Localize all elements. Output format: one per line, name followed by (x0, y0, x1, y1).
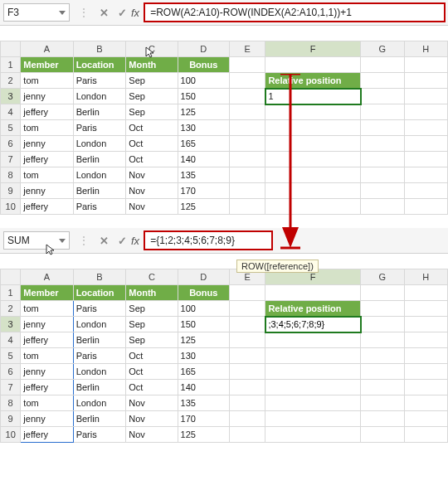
col-header-D[interactable]: D (178, 269, 229, 285)
name-box[interactable]: SUM (3, 231, 70, 250)
cell-H10[interactable] (404, 427, 448, 443)
cell-F2[interactable]: Relative position (265, 301, 361, 317)
cell-F9[interactable] (265, 411, 361, 427)
cell-A9[interactable]: jenny (21, 411, 73, 427)
cell-F7[interactable] (265, 380, 361, 395)
cell-D9[interactable]: 170 (178, 411, 229, 427)
cell-E1[interactable] (229, 285, 265, 301)
cell-H3[interactable] (404, 317, 448, 332)
cell-E1[interactable] (229, 57, 265, 73)
col-header-A[interactable]: A (21, 269, 73, 285)
cell-G10[interactable] (361, 199, 404, 215)
cell-F1[interactable] (265, 57, 361, 73)
cell-B6[interactable]: London (73, 136, 126, 152)
row-header-3[interactable]: 3 (1, 89, 21, 104)
cell-E6[interactable] (229, 364, 265, 380)
cell-B7[interactable]: Berlin (73, 380, 126, 395)
cell-A6[interactable]: jenny (21, 136, 73, 152)
cell-B3[interactable]: London (73, 89, 126, 104)
cell-A6[interactable]: jenny (21, 364, 73, 380)
cell-F9[interactable] (265, 183, 361, 199)
col-header-C[interactable]: C (126, 41, 178, 57)
cell-E7[interactable] (229, 152, 265, 167)
cell-H9[interactable] (404, 411, 448, 427)
row-header-4[interactable]: 4 (1, 104, 21, 120)
cell-C8[interactable]: Nov (126, 395, 178, 411)
cell-H4[interactable] (404, 332, 448, 348)
cell-H6[interactable] (404, 364, 448, 380)
cell-D3[interactable]: 150 (178, 89, 229, 104)
cell-G6[interactable] (361, 136, 404, 152)
cell-A1[interactable]: Member (21, 285, 73, 301)
cell-A1[interactable]: Member (21, 57, 73, 73)
cell-F7[interactable] (265, 152, 361, 167)
cell-B4[interactable]: Berlin (73, 332, 126, 348)
cell-H7[interactable] (404, 152, 448, 167)
cell-D4[interactable]: 125 (178, 104, 229, 120)
cell-F1[interactable] (265, 285, 361, 301)
cell-G9[interactable] (361, 411, 404, 427)
select-all[interactable] (1, 269, 21, 285)
cell-F8[interactable] (265, 395, 361, 411)
cell-A10[interactable]: jeffery (21, 427, 73, 443)
enter-icon[interactable]: ✓ (114, 232, 130, 249)
cell-H2[interactable] (404, 73, 448, 89)
cell-G5[interactable] (361, 120, 404, 136)
cell-D8[interactable]: 135 (178, 395, 229, 411)
cell-A8[interactable]: tom (21, 395, 73, 411)
fx-icon[interactable]: fx (131, 7, 144, 19)
cell-C2[interactable]: Sep (126, 301, 178, 317)
col-header-G[interactable]: G (361, 269, 404, 285)
cell-G1[interactable] (361, 285, 404, 301)
chevron-down-icon[interactable] (59, 239, 66, 243)
row-header-7[interactable]: 7 (1, 380, 21, 395)
col-header-A[interactable]: A (21, 41, 73, 57)
cell-H4[interactable] (404, 104, 448, 120)
cell-D5[interactable]: 130 (178, 120, 229, 136)
cell-F4[interactable] (265, 332, 361, 348)
row-header-5[interactable]: 5 (1, 120, 21, 136)
cell-F10[interactable] (265, 427, 361, 443)
cell-G2[interactable] (361, 73, 404, 89)
cell-F3[interactable]: 1 (265, 89, 361, 104)
cell-D2[interactable]: 100 (178, 73, 229, 89)
cell-C7[interactable]: Oct (126, 152, 178, 167)
cell-A4[interactable]: jeffery (21, 332, 73, 348)
name-box[interactable]: F3 (3, 3, 70, 22)
cell-G9[interactable] (361, 183, 404, 199)
cell-G4[interactable] (361, 104, 404, 120)
cell-C4[interactable]: Sep (126, 332, 178, 348)
cell-H1[interactable] (404, 57, 448, 73)
cell-C9[interactable]: Nov (126, 411, 178, 427)
row-header-9[interactable]: 9 (1, 183, 21, 199)
col-header-E[interactable]: E (229, 41, 265, 57)
fx-icon[interactable]: fx (131, 235, 144, 247)
cell-G3[interactable] (361, 89, 404, 104)
cell-E5[interactable] (229, 120, 265, 136)
cell-H10[interactable] (404, 199, 448, 215)
col-header-B[interactable]: B (73, 41, 126, 57)
cell-B10[interactable]: Paris (73, 427, 126, 443)
cell-E3[interactable] (229, 317, 265, 332)
cell-D2[interactable]: 100 (178, 301, 229, 317)
cell-A9[interactable]: jenny (21, 183, 73, 199)
row-header-1[interactable]: 1 (1, 285, 21, 301)
cell-A10[interactable]: jeffery (21, 199, 73, 215)
cell-B6[interactable]: London (73, 364, 126, 380)
cell-B5[interactable]: Paris (73, 120, 126, 136)
cell-E10[interactable] (229, 427, 265, 443)
cell-D6[interactable]: 165 (178, 364, 229, 380)
cell-E9[interactable] (229, 411, 265, 427)
cell-G6[interactable] (361, 364, 404, 380)
row-header-1[interactable]: 1 (1, 57, 21, 73)
cell-A7[interactable]: jeffery (21, 152, 73, 167)
cell-E8[interactable] (229, 167, 265, 183)
cell-A8[interactable]: tom (21, 167, 73, 183)
cell-F10[interactable] (265, 199, 361, 215)
row-header-6[interactable]: 6 (1, 364, 21, 380)
cell-D9[interactable]: 170 (178, 183, 229, 199)
row-header-7[interactable]: 7 (1, 152, 21, 167)
cell-C2[interactable]: Sep (126, 73, 178, 89)
cell-D6[interactable]: 165 (178, 136, 229, 152)
spreadsheet-top[interactable]: ABCDEFGH1MemberLocationMonthBonus2tomPar… (0, 41, 448, 215)
